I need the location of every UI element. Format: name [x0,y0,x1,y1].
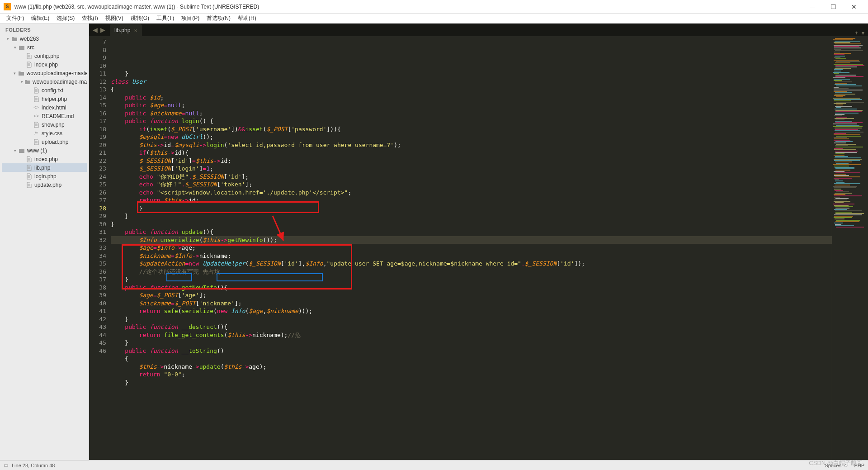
code-line[interactable]: } [111,339,832,347]
code-line[interactable]: $nickname=$_POST['nickname']; [111,299,832,308]
tree-arrow-icon[interactable]: ▾ [19,80,24,84]
code-view[interactable]: }class User{ public $id; public $age=nul… [111,36,832,460]
tree-folder[interactable]: ▾www (1) [2,146,87,155]
code-line[interactable]: } [111,315,832,323]
tab-close-icon[interactable]: × [134,27,137,34]
tab-lib-php[interactable]: lib.php × [110,24,142,36]
code-line[interactable]: } [111,379,832,387]
code-line[interactable]: echo "你的ID是".$_SESSION['id']; [111,173,832,181]
tree-file[interactable]: helper.php [2,95,87,103]
tree-label: wowouploadimage-master [27,70,87,76]
new-tab-icon[interactable]: + [855,30,858,36]
tree-folder[interactable]: ▾src [2,43,87,52]
code-line[interactable]: return "0-0"; [111,370,832,379]
tree-file[interactable]: index.php [2,60,87,69]
tree-file[interactable]: show.php [2,120,87,129]
code-line[interactable]: $age=$_POST['age']; [111,291,832,299]
code-line[interactable]: } [111,275,832,284]
code-line[interactable]: } [111,220,832,228]
menu-item-5[interactable]: 跳转(G) [128,14,152,23]
code-line[interactable]: public function update(){ [111,228,832,236]
code-line[interactable]: $_SESSION['login']=1; [111,165,832,173]
tabbar-actions: + ▾ [851,30,868,36]
code-line[interactable]: if($this->id){ [111,149,832,157]
code-line[interactable]: public $nickname=null; [111,109,832,118]
code-line[interactable]: public function __toString() [111,347,832,355]
code-line[interactable]: return safe(serialize(new Info($age,$nic… [111,307,832,315]
tab-nav: ◀ ▶ [89,24,109,36]
code-line[interactable]: $this->id=$mysqli->login('select id,pass… [111,141,832,149]
minimap[interactable] [832,36,868,460]
code-line[interactable]: { [111,355,832,363]
code-line[interactable]: $this->nickname->update($this->age); [111,363,832,371]
nav-forward-icon[interactable]: ▶ [99,26,106,33]
menu-item-7[interactable]: 项目(P) [179,14,202,23]
code-line[interactable]: $age=$Info->age; [111,244,832,252]
tree-arrow-icon[interactable]: ▾ [12,45,18,50]
status-language[interactable]: PHP [854,463,864,468]
code-line[interactable]: return $this->id; [111,196,832,204]
panel-toggle-icon[interactable]: ▭ [4,462,10,469]
code-line[interactable]: echo "<script>window.location.href='./up… [111,189,832,197]
tree-file[interactable]: <>index.html [2,103,87,112]
code-line[interactable]: public function login() { [111,117,832,125]
tree-file[interactable]: <>README.md [2,112,87,120]
tree-folder[interactable]: ▾wowouploadimage-master [2,77,87,86]
code-line[interactable]: //这个功能还没有写完 先占坑 [111,268,832,276]
code-line[interactable]: public $age=null; [111,101,832,109]
menu-item-1[interactable]: 编辑(E) [28,14,52,23]
tree-file[interactable]: upload.php [2,138,87,146]
status-position[interactable]: Line 28, Column 48 [12,463,55,468]
code-line[interactable]: $_SESSION['id']=$this->id; [111,157,832,165]
tree-arrow-icon[interactable]: ▾ [5,37,11,41]
code-line[interactable]: } [111,204,832,213]
code-line[interactable]: class User [111,78,832,86]
code-line[interactable]: public function __destruct(){ [111,323,832,331]
code-line[interactable]: $mysqli=new dbCtrl(); [111,133,832,141]
menu-item-4[interactable]: 视图(V) [103,14,126,23]
editor-area: ◀ ▶ lib.php × + ▾ 7891011121314151617181… [89,24,868,460]
menu-item-8[interactable]: 首选项(N) [204,14,233,23]
menu-item-6[interactable]: 工具(T) [154,14,177,23]
php-icon [25,182,33,188]
tree-file[interactable]: update.php [2,180,87,189]
php-icon [25,165,33,171]
code-line[interactable]: } [111,212,832,220]
close-button[interactable]: ✕ [844,0,864,14]
code-line[interactable]: public function getNewInfo(){ [111,284,832,292]
code-line[interactable]: { [111,85,832,94]
minimize-button[interactable]: ─ [802,0,823,14]
menu-item-2[interactable]: 选择(S) [54,14,77,23]
code-line[interactable]: $nickname=$Info->nickname; [111,252,832,260]
menu-item-3[interactable]: 查找(I) [79,14,100,23]
tree-file[interactable]: config.txt [2,86,87,95]
tree-arrow-icon[interactable]: ▾ [12,71,18,76]
code-line[interactable]: return file_get_contents($this->nickname… [111,331,832,339]
tab-menu-icon[interactable]: ▾ [862,30,864,36]
tree-folder[interactable]: ▾wowouploadimage-master [2,69,87,77]
tree-label: README.md [42,113,74,119]
maximize-button[interactable]: ☐ [823,0,844,14]
code-line[interactable]: $updateAction=new UpdateHelper($_SESSION… [111,260,832,268]
menu-item-0[interactable]: 文件(F) [4,14,27,23]
code-line[interactable]: $Info=unserialize($this->getNewinfo()); [111,236,832,244]
tree-file[interactable]: config.php [2,52,87,60]
tree-file[interactable]: login.php [2,172,87,180]
tree-file[interactable]: index.php [2,155,87,163]
tree-folder[interactable]: ▾web263 [2,34,87,43]
tree-file[interactable]: lib.php [2,163,87,172]
code-line[interactable]: echo "你好！".$_SESSION['token']; [111,180,832,189]
code-line[interactable]: public $id; [111,94,832,102]
menu-item-9[interactable]: 帮助(H) [235,14,259,23]
menubar: 文件(F)编辑(E)选择(S)查找(I)视图(V)跳转(G)工具(T)项目(P)… [0,14,868,24]
window-title: www (1)/lib.php (web263, src, wowoupload… [14,4,802,10]
tree-file[interactable]: /*style.css [2,129,87,138]
folder-icon [18,70,24,76]
status-indent[interactable]: Spaces: 4 [825,463,847,468]
tree-arrow-icon[interactable]: ▾ [12,148,18,153]
tree-label: upload.php [42,139,68,145]
code-line[interactable]: } [111,70,832,78]
nav-back-icon[interactable]: ◀ [92,26,99,33]
code-line[interactable]: if(isset($_POST['username'])&&isset($_PO… [111,125,832,133]
php-icon [25,173,33,180]
